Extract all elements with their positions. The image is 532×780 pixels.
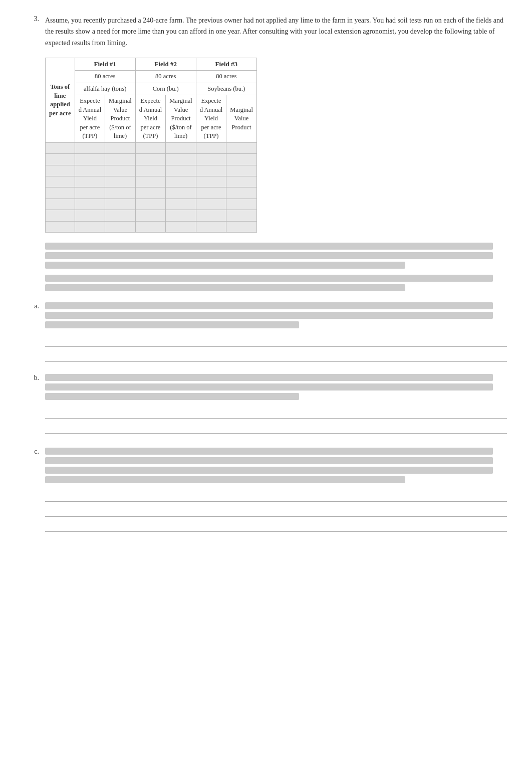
sub-c-answer-line-3 [45, 521, 507, 532]
field3-acres: 80 acres [196, 71, 256, 83]
sub-c-text [45, 448, 507, 486]
data-row-7 [46, 210, 257, 221]
data-row-4 [46, 176, 257, 187]
lime-table: Tons oflimeappliedper acre Field #1 Fiel… [45, 58, 257, 233]
sub-c-number: c. [25, 448, 39, 486]
sub-question-a: a. [25, 302, 507, 362]
f2-expected-label: Expected AnnualYieldper acre(TPP) [135, 95, 165, 143]
question-3-block: 3. Assume, you recently purchased a 240-… [25, 15, 507, 49]
f3-expected-label: Expected AnnualYieldper acre(TPP) [196, 95, 226, 143]
table-container: Tons oflimeappliedper acre Field #1 Fiel… [45, 58, 507, 233]
f2-marginal-label: MarginalValueProduct($/ton oflime) [166, 95, 196, 143]
blurred-para-1 [45, 243, 507, 269]
field-header-row: Tons oflimeappliedper acre Field #1 Fiel… [46, 58, 257, 71]
sub-question-c: c. [25, 448, 507, 532]
tons-of-lime-label: Tons oflimeappliedper acre [46, 58, 75, 143]
f3-marginal-label: MarginalValueProduct [226, 95, 257, 143]
data-row-2 [46, 154, 257, 165]
question-text: Assume, you recently purchased a 240-acr… [45, 15, 507, 49]
sub-c-line3 [45, 467, 493, 474]
field2-crop: Corn (bu.) [135, 83, 196, 95]
crop-row: alfalfa hay (tons) Corn (bu.) Soybeans (… [46, 83, 257, 95]
sub-a-row: a. [25, 302, 507, 331]
sub-a-line1 [45, 302, 493, 309]
blur-line-1-2 [45, 252, 493, 259]
field3-crop: Soybeans (bu.) [196, 83, 256, 95]
field1-crop: alfalfa hay (tons) [75, 83, 135, 95]
field1-acres: 80 acres [75, 71, 135, 83]
blur-line-2-2 [45, 284, 405, 291]
blur-line-1-3 [45, 262, 405, 269]
sub-c-line2 [45, 457, 493, 464]
sub-b-line1 [45, 374, 493, 381]
sub-c-answer-line-2 [45, 506, 507, 517]
f1-marginal-label: MarginalValueProduct($/ton oflime) [105, 95, 136, 143]
sub-b-line3 [45, 393, 299, 400]
blurred-para-2 [45, 275, 507, 291]
col-label-row1: Expected AnnualYieldper acre(TPP) Margin… [46, 95, 257, 143]
sub-b-answer-line-2 [45, 423, 507, 434]
question-number: 3. [25, 15, 39, 49]
field2-header: Field #2 [135, 58, 196, 71]
sub-a-number: a. [25, 302, 39, 331]
data-row-6 [46, 199, 257, 210]
sub-a-line2 [45, 312, 493, 319]
sub-b-line2 [45, 383, 493, 391]
sub-b-number: b. [25, 374, 39, 403]
sub-a-text [45, 302, 507, 331]
data-row-8 [46, 221, 257, 232]
blur-line-1-1 [45, 243, 493, 250]
field3-header: Field #3 [196, 58, 256, 71]
field1-header: Field #1 [75, 58, 135, 71]
acres-row: 80 acres 80 acres 80 acres [46, 71, 257, 83]
data-row-1 [46, 142, 257, 153]
field2-acres: 80 acres [135, 71, 196, 83]
sub-question-b: b. [25, 374, 507, 434]
sub-c-answer-line-1 [45, 491, 507, 502]
data-row-3 [46, 165, 257, 176]
sub-b-text [45, 374, 507, 403]
sub-a-answer-line-2 [45, 351, 507, 362]
sub-b-row: b. [25, 374, 507, 403]
blur-line-2-1 [45, 275, 493, 282]
sub-a-answer-line-1 [45, 336, 507, 347]
data-row-5 [46, 187, 257, 199]
sub-c-line4 [45, 476, 405, 483]
sub-b-answer-line-1 [45, 408, 507, 419]
sub-c-line1 [45, 448, 493, 455]
f1-expected-label: Expected AnnualYieldper acre(TPP) [75, 95, 105, 143]
sub-a-line3 [45, 321, 299, 328]
sub-c-row: c. [25, 448, 507, 486]
